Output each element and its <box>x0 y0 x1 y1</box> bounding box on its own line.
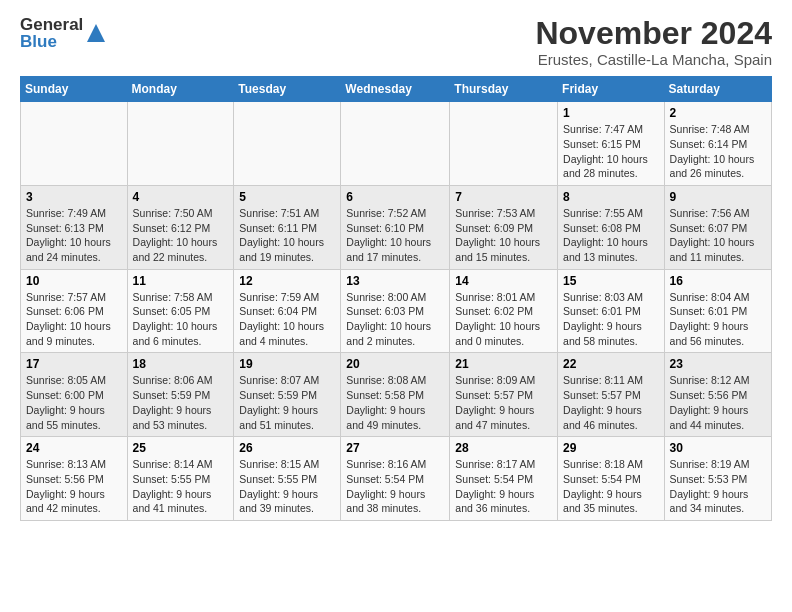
day-number: 19 <box>239 357 335 371</box>
calendar-cell: 16Sunrise: 8:04 AMSunset: 6:01 PMDayligh… <box>664 269 771 353</box>
calendar-cell: 21Sunrise: 8:09 AMSunset: 5:57 PMDayligh… <box>450 353 558 437</box>
calendar-cell: 28Sunrise: 8:17 AMSunset: 5:54 PMDayligh… <box>450 437 558 521</box>
calendar-cell: 23Sunrise: 8:12 AMSunset: 5:56 PMDayligh… <box>664 353 771 437</box>
header-saturday: Saturday <box>664 77 771 102</box>
day-number: 1 <box>563 106 659 120</box>
calendar-cell: 14Sunrise: 8:01 AMSunset: 6:02 PMDayligh… <box>450 269 558 353</box>
day-number: 30 <box>670 441 766 455</box>
calendar-cell <box>21 102 128 186</box>
day-info: Sunrise: 7:49 AMSunset: 6:13 PMDaylight:… <box>26 206 122 265</box>
day-info: Sunrise: 8:04 AMSunset: 6:01 PMDaylight:… <box>670 290 766 349</box>
calendar-week-row: 1Sunrise: 7:47 AMSunset: 6:15 PMDaylight… <box>21 102 772 186</box>
calendar-cell: 7Sunrise: 7:53 AMSunset: 6:09 PMDaylight… <box>450 185 558 269</box>
calendar-cell: 4Sunrise: 7:50 AMSunset: 6:12 PMDaylight… <box>127 185 234 269</box>
day-number: 27 <box>346 441 444 455</box>
calendar-cell <box>234 102 341 186</box>
title-block: November 2024 Erustes, Castille-La Manch… <box>535 16 772 68</box>
day-info: Sunrise: 7:50 AMSunset: 6:12 PMDaylight:… <box>133 206 229 265</box>
calendar-week-row: 24Sunrise: 8:13 AMSunset: 5:56 PMDayligh… <box>21 437 772 521</box>
day-info: Sunrise: 7:47 AMSunset: 6:15 PMDaylight:… <box>563 122 659 181</box>
day-info: Sunrise: 8:13 AMSunset: 5:56 PMDaylight:… <box>26 457 122 516</box>
day-info: Sunrise: 7:53 AMSunset: 6:09 PMDaylight:… <box>455 206 552 265</box>
page-header: General Blue November 2024 Erustes, Cast… <box>20 16 772 68</box>
day-number: 3 <box>26 190 122 204</box>
calendar-cell: 6Sunrise: 7:52 AMSunset: 6:10 PMDaylight… <box>341 185 450 269</box>
day-info: Sunrise: 8:16 AMSunset: 5:54 PMDaylight:… <box>346 457 444 516</box>
header-thursday: Thursday <box>450 77 558 102</box>
day-number: 29 <box>563 441 659 455</box>
calendar-cell: 3Sunrise: 7:49 AMSunset: 6:13 PMDaylight… <box>21 185 128 269</box>
header-monday: Monday <box>127 77 234 102</box>
calendar-cell: 5Sunrise: 7:51 AMSunset: 6:11 PMDaylight… <box>234 185 341 269</box>
day-number: 24 <box>26 441 122 455</box>
calendar-week-row: 10Sunrise: 7:57 AMSunset: 6:06 PMDayligh… <box>21 269 772 353</box>
calendar-cell: 9Sunrise: 7:56 AMSunset: 6:07 PMDaylight… <box>664 185 771 269</box>
day-info: Sunrise: 8:19 AMSunset: 5:53 PMDaylight:… <box>670 457 766 516</box>
day-number: 14 <box>455 274 552 288</box>
day-number: 20 <box>346 357 444 371</box>
calendar-cell: 2Sunrise: 7:48 AMSunset: 6:14 PMDaylight… <box>664 102 771 186</box>
calendar-cell: 22Sunrise: 8:11 AMSunset: 5:57 PMDayligh… <box>558 353 665 437</box>
logo-icon <box>85 22 107 44</box>
day-info: Sunrise: 7:52 AMSunset: 6:10 PMDaylight:… <box>346 206 444 265</box>
logo: General Blue <box>20 16 107 50</box>
day-number: 7 <box>455 190 552 204</box>
day-number: 8 <box>563 190 659 204</box>
header-sunday: Sunday <box>21 77 128 102</box>
calendar-cell: 24Sunrise: 8:13 AMSunset: 5:56 PMDayligh… <box>21 437 128 521</box>
day-number: 4 <box>133 190 229 204</box>
day-number: 25 <box>133 441 229 455</box>
day-number: 22 <box>563 357 659 371</box>
calendar-cell: 26Sunrise: 8:15 AMSunset: 5:55 PMDayligh… <box>234 437 341 521</box>
day-info: Sunrise: 8:01 AMSunset: 6:02 PMDaylight:… <box>455 290 552 349</box>
day-info: Sunrise: 7:59 AMSunset: 6:04 PMDaylight:… <box>239 290 335 349</box>
day-info: Sunrise: 8:09 AMSunset: 5:57 PMDaylight:… <box>455 373 552 432</box>
header-wednesday: Wednesday <box>341 77 450 102</box>
day-number: 5 <box>239 190 335 204</box>
day-info: Sunrise: 8:08 AMSunset: 5:58 PMDaylight:… <box>346 373 444 432</box>
day-info: Sunrise: 7:57 AMSunset: 6:06 PMDaylight:… <box>26 290 122 349</box>
day-info: Sunrise: 8:12 AMSunset: 5:56 PMDaylight:… <box>670 373 766 432</box>
calendar-cell: 27Sunrise: 8:16 AMSunset: 5:54 PMDayligh… <box>341 437 450 521</box>
logo-blue: Blue <box>20 33 83 50</box>
day-number: 23 <box>670 357 766 371</box>
day-info: Sunrise: 8:15 AMSunset: 5:55 PMDaylight:… <box>239 457 335 516</box>
calendar-cell: 18Sunrise: 8:06 AMSunset: 5:59 PMDayligh… <box>127 353 234 437</box>
calendar-cell <box>127 102 234 186</box>
calendar-cell: 11Sunrise: 7:58 AMSunset: 6:05 PMDayligh… <box>127 269 234 353</box>
day-number: 28 <box>455 441 552 455</box>
day-info: Sunrise: 7:58 AMSunset: 6:05 PMDaylight:… <box>133 290 229 349</box>
day-number: 17 <box>26 357 122 371</box>
location-subtitle: Erustes, Castille-La Mancha, Spain <box>535 51 772 68</box>
month-title: November 2024 <box>535 16 772 51</box>
day-info: Sunrise: 8:03 AMSunset: 6:01 PMDaylight:… <box>563 290 659 349</box>
calendar-cell: 20Sunrise: 8:08 AMSunset: 5:58 PMDayligh… <box>341 353 450 437</box>
calendar-cell: 12Sunrise: 7:59 AMSunset: 6:04 PMDayligh… <box>234 269 341 353</box>
day-info: Sunrise: 8:06 AMSunset: 5:59 PMDaylight:… <box>133 373 229 432</box>
calendar-cell: 10Sunrise: 7:57 AMSunset: 6:06 PMDayligh… <box>21 269 128 353</box>
day-info: Sunrise: 7:48 AMSunset: 6:14 PMDaylight:… <box>670 122 766 181</box>
calendar-cell <box>341 102 450 186</box>
day-number: 26 <box>239 441 335 455</box>
calendar-cell: 13Sunrise: 8:00 AMSunset: 6:03 PMDayligh… <box>341 269 450 353</box>
calendar-table: SundayMondayTuesdayWednesdayThursdayFrid… <box>20 76 772 521</box>
day-info: Sunrise: 8:05 AMSunset: 6:00 PMDaylight:… <box>26 373 122 432</box>
day-info: Sunrise: 8:11 AMSunset: 5:57 PMDaylight:… <box>563 373 659 432</box>
day-number: 18 <box>133 357 229 371</box>
day-number: 15 <box>563 274 659 288</box>
day-info: Sunrise: 8:00 AMSunset: 6:03 PMDaylight:… <box>346 290 444 349</box>
day-number: 6 <box>346 190 444 204</box>
day-info: Sunrise: 8:14 AMSunset: 5:55 PMDaylight:… <box>133 457 229 516</box>
calendar-cell: 17Sunrise: 8:05 AMSunset: 6:00 PMDayligh… <box>21 353 128 437</box>
day-info: Sunrise: 8:07 AMSunset: 5:59 PMDaylight:… <box>239 373 335 432</box>
calendar-cell: 1Sunrise: 7:47 AMSunset: 6:15 PMDaylight… <box>558 102 665 186</box>
calendar-week-row: 17Sunrise: 8:05 AMSunset: 6:00 PMDayligh… <box>21 353 772 437</box>
calendar-header-row: SundayMondayTuesdayWednesdayThursdayFrid… <box>21 77 772 102</box>
calendar-cell <box>450 102 558 186</box>
day-info: Sunrise: 8:18 AMSunset: 5:54 PMDaylight:… <box>563 457 659 516</box>
calendar-cell: 8Sunrise: 7:55 AMSunset: 6:08 PMDaylight… <box>558 185 665 269</box>
calendar-cell: 30Sunrise: 8:19 AMSunset: 5:53 PMDayligh… <box>664 437 771 521</box>
header-tuesday: Tuesday <box>234 77 341 102</box>
svg-marker-0 <box>87 24 105 42</box>
calendar-cell: 15Sunrise: 8:03 AMSunset: 6:01 PMDayligh… <box>558 269 665 353</box>
